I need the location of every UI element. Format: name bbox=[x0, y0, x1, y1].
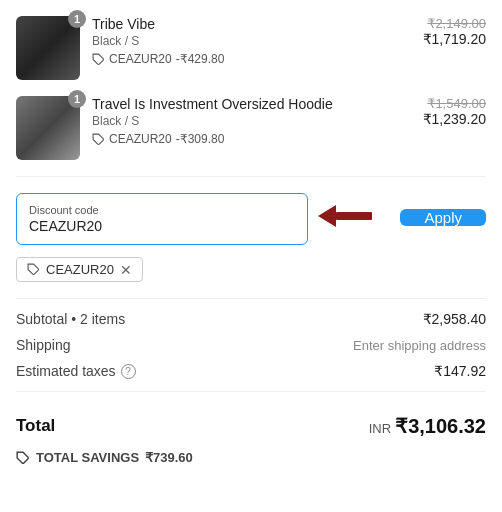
price-current-2: ₹1,239.20 bbox=[423, 111, 487, 127]
product-list: 1 Tribe Vibe Black / S CEAZUR20 -₹429.80… bbox=[16, 16, 486, 160]
product-item-travel: 1 Travel Is Investment Oversized Hoodie … bbox=[16, 96, 486, 160]
remove-code-button[interactable]: ✕ bbox=[120, 263, 132, 277]
discount-amount-1: -₹429.80 bbox=[176, 52, 225, 66]
order-summary: Subtotal • 2 items ₹2,958.40 Shipping En… bbox=[16, 311, 486, 379]
applied-code-row: CEAZUR20 ✕ bbox=[16, 257, 486, 282]
total-amount: ₹3,106.32 bbox=[395, 415, 486, 437]
arrow-annotation bbox=[318, 198, 390, 237]
arrow-icon bbox=[318, 198, 390, 234]
discount-input-wrap[interactable]: Discount code bbox=[16, 193, 308, 245]
divider-2 bbox=[16, 298, 486, 299]
subtotal-label: Subtotal • 2 items bbox=[16, 311, 125, 327]
savings-amount: ₹739.60 bbox=[145, 450, 193, 465]
savings-label: TOTAL SAVINGS bbox=[36, 450, 139, 465]
price-original-1: ₹2,149.00 bbox=[423, 16, 487, 31]
info-icon: ? bbox=[121, 364, 136, 379]
svg-rect-2 bbox=[336, 212, 372, 220]
taxes-label: Estimated taxes ? bbox=[16, 363, 136, 379]
applied-code-text: CEAZUR20 bbox=[46, 262, 114, 277]
product-name-2: Travel Is Investment Oversized Hoodie bbox=[92, 96, 411, 112]
product-pricing-2: ₹1,549.00 ₹1,239.20 bbox=[423, 96, 487, 127]
discount-code-1: CEAZUR20 bbox=[109, 52, 172, 66]
tag-icon-applied bbox=[27, 263, 40, 276]
product-image-wrap-1: 1 bbox=[16, 16, 80, 80]
product-badge-1: 1 bbox=[68, 10, 86, 28]
product-details-1: Tribe Vibe Black / S CEAZUR20 -₹429.80 bbox=[92, 16, 411, 66]
total-label: Total bbox=[16, 416, 55, 436]
svg-marker-3 bbox=[318, 205, 336, 227]
shipping-label: Shipping bbox=[16, 337, 71, 353]
product-name-1: Tribe Vibe bbox=[92, 16, 411, 32]
taxes-row: Estimated taxes ? ₹147.92 bbox=[16, 363, 486, 379]
discount-code-2: CEAZUR20 bbox=[109, 132, 172, 146]
tag-icon-savings bbox=[16, 451, 30, 465]
product-discount-1: CEAZUR20 -₹429.80 bbox=[92, 52, 411, 66]
total-currency: INR bbox=[369, 421, 391, 436]
product-image-wrap-2: 1 bbox=[16, 96, 80, 160]
subtotal-value: ₹2,958.40 bbox=[423, 311, 487, 327]
total-value-wrap: INR₹3,106.32 bbox=[369, 414, 486, 438]
savings-row: TOTAL SAVINGS ₹739.60 bbox=[16, 450, 486, 465]
divider-1 bbox=[16, 176, 486, 177]
subtotal-row: Subtotal • 2 items ₹2,958.40 bbox=[16, 311, 486, 327]
total-row: Total INR₹3,106.32 bbox=[16, 404, 486, 438]
shipping-row: Shipping Enter shipping address bbox=[16, 337, 486, 353]
product-item-tribe-vibe: 1 Tribe Vibe Black / S CEAZUR20 -₹429.80… bbox=[16, 16, 486, 80]
divider-3 bbox=[16, 391, 486, 392]
price-current-1: ₹1,719.20 bbox=[423, 31, 487, 47]
product-discount-2: CEAZUR20 -₹309.80 bbox=[92, 132, 411, 146]
product-pricing-1: ₹2,149.00 ₹1,719.20 bbox=[423, 16, 487, 47]
tag-icon-2 bbox=[92, 133, 105, 146]
product-variant-1: Black / S bbox=[92, 34, 411, 48]
discount-input[interactable] bbox=[29, 218, 295, 234]
product-details-2: Travel Is Investment Oversized Hoodie Bl… bbox=[92, 96, 411, 146]
tag-icon-1 bbox=[92, 53, 105, 66]
applied-code-tag: CEAZUR20 ✕ bbox=[16, 257, 143, 282]
discount-label: Discount code bbox=[29, 204, 295, 216]
discount-amount-2: -₹309.80 bbox=[176, 132, 225, 146]
price-original-2: ₹1,549.00 bbox=[423, 96, 487, 111]
product-variant-2: Black / S bbox=[92, 114, 411, 128]
product-badge-2: 1 bbox=[68, 90, 86, 108]
apply-button[interactable]: Apply bbox=[400, 209, 486, 226]
shipping-value: Enter shipping address bbox=[353, 338, 486, 353]
taxes-value: ₹147.92 bbox=[434, 363, 486, 379]
